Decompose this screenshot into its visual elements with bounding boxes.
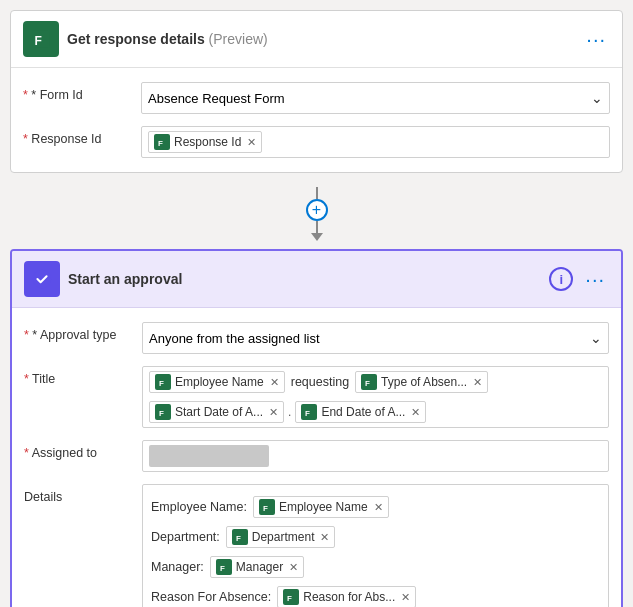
svg-text:F: F bbox=[159, 409, 164, 417]
start-date-token[interactable]: F Start Date of A... ✕ bbox=[149, 401, 284, 423]
response-id-field[interactable]: F Response Id ✕ bbox=[141, 126, 610, 158]
forms-icon: F bbox=[23, 21, 59, 57]
svg-text:F: F bbox=[305, 409, 310, 417]
forms-card-menu-button[interactable]: ··· bbox=[582, 28, 610, 51]
employee-name-icon: F bbox=[155, 374, 171, 390]
detail-department-close-icon[interactable]: ✕ bbox=[320, 531, 329, 544]
connector-arrow-icon bbox=[311, 233, 323, 241]
detail-department-token[interactable]: F Department ✕ bbox=[226, 526, 336, 548]
approval-card-header: Start an approval i ··· bbox=[12, 251, 621, 308]
approval-card: Start an approval i ··· * * Approval typ… bbox=[10, 249, 623, 607]
svg-text:F: F bbox=[158, 139, 163, 147]
assigned-to-field[interactable] bbox=[142, 440, 609, 472]
detail-department: Department: F Department ✕ bbox=[151, 523, 335, 551]
forms-card-header: F Get response details (Preview) ··· bbox=[11, 11, 622, 68]
svg-point-3 bbox=[33, 270, 51, 288]
svg-text:F: F bbox=[263, 504, 268, 512]
response-id-row: * Response Id F Response Id ✕ bbox=[11, 120, 622, 164]
assigned-to-blur bbox=[149, 445, 269, 467]
end-date-icon: F bbox=[301, 404, 317, 420]
forms-card-body: * * Form Id Absence Request Form ⌄ * Res… bbox=[11, 68, 622, 172]
detail-department-icon: F bbox=[232, 529, 248, 545]
details-label: Details bbox=[24, 484, 134, 504]
svg-text:F: F bbox=[365, 379, 370, 387]
details-field[interactable]: Employee Name: F Employee Name ✕ Departm… bbox=[142, 484, 609, 607]
connector-line-top bbox=[316, 187, 318, 199]
detail-employee-name-token[interactable]: F Employee Name ✕ bbox=[253, 496, 389, 518]
type-of-absence-close-icon[interactable]: ✕ bbox=[473, 376, 482, 389]
approval-icon bbox=[24, 261, 60, 297]
type-of-absence-token[interactable]: F Type of Absen... ✕ bbox=[355, 371, 488, 393]
type-of-absence-icon: F bbox=[361, 374, 377, 390]
approval-type-label: * * Approval type bbox=[24, 322, 134, 342]
start-date-icon: F bbox=[155, 404, 171, 420]
detail-reason-token[interactable]: F Reason for Abs... ✕ bbox=[277, 586, 416, 607]
detail-reason-for-absence: Reason For Absence: F Reason for Abs... … bbox=[151, 583, 416, 607]
detail-manager-icon: F bbox=[216, 559, 232, 575]
approval-card-body: * * Approval type Anyone from the assign… bbox=[12, 308, 621, 607]
approval-info-button[interactable]: i bbox=[549, 267, 573, 291]
response-id-token-text: Response Id bbox=[174, 135, 241, 149]
assigned-to-row: * Assigned to bbox=[12, 434, 621, 478]
svg-text:F: F bbox=[236, 534, 241, 542]
title-label: * Title bbox=[24, 366, 134, 386]
connector-line-bottom bbox=[316, 221, 318, 233]
forms-card: F Get response details (Preview) ··· * *… bbox=[10, 10, 623, 173]
form-id-dropdown[interactable]: Absence Request Form ⌄ bbox=[141, 82, 610, 114]
form-id-label: * * Form Id bbox=[23, 82, 133, 102]
form-id-row: * * Form Id Absence Request Form ⌄ bbox=[11, 76, 622, 120]
svg-text:F: F bbox=[287, 594, 292, 602]
detail-manager-token[interactable]: F Manager ✕ bbox=[210, 556, 304, 578]
end-date-token[interactable]: F End Date of A... ✕ bbox=[295, 401, 426, 423]
approval-card-title: Start an approval bbox=[68, 271, 541, 287]
detail-employee-name-close-icon[interactable]: ✕ bbox=[374, 501, 383, 514]
forms-card-title: Get response details (Preview) bbox=[67, 31, 574, 47]
employee-name-close-icon[interactable]: ✕ bbox=[270, 376, 279, 389]
details-row: Details Employee Name: F Employee Name ✕… bbox=[12, 478, 621, 607]
start-date-close-icon[interactable]: ✕ bbox=[269, 406, 278, 419]
connector: + bbox=[0, 183, 633, 245]
add-step-button[interactable]: + bbox=[306, 199, 328, 221]
form-id-chevron-icon: ⌄ bbox=[591, 90, 603, 106]
response-id-token-icon: F bbox=[154, 134, 170, 150]
svg-text:F: F bbox=[34, 34, 41, 48]
approval-card-menu-button[interactable]: ··· bbox=[581, 268, 609, 291]
detail-reason-close-icon[interactable]: ✕ bbox=[401, 591, 410, 604]
detail-manager: Manager: F Manager ✕ bbox=[151, 553, 304, 581]
title-row: * Title F Employee Name ✕ requesting F T… bbox=[12, 360, 621, 434]
response-id-token[interactable]: F Response Id ✕ bbox=[148, 131, 262, 153]
approval-type-chevron-icon: ⌄ bbox=[590, 330, 602, 346]
svg-text:F: F bbox=[220, 564, 225, 572]
detail-reason-icon: F bbox=[283, 589, 299, 605]
svg-text:F: F bbox=[159, 379, 164, 387]
end-date-close-icon[interactable]: ✕ bbox=[411, 406, 420, 419]
approval-type-row: * * Approval type Anyone from the assign… bbox=[12, 316, 621, 360]
dot-separator: . bbox=[288, 405, 291, 419]
employee-name-token[interactable]: F Employee Name ✕ bbox=[149, 371, 285, 393]
detail-manager-close-icon[interactable]: ✕ bbox=[289, 561, 298, 574]
detail-employee-name-icon: F bbox=[259, 499, 275, 515]
response-id-token-close-icon[interactable]: ✕ bbox=[247, 136, 256, 149]
approval-type-dropdown[interactable]: Anyone from the assigned list ⌄ bbox=[142, 322, 609, 354]
requesting-text: requesting bbox=[289, 375, 351, 389]
response-id-label: * Response Id bbox=[23, 126, 133, 146]
detail-employee-name: Employee Name: F Employee Name ✕ bbox=[151, 493, 389, 521]
title-field[interactable]: F Employee Name ✕ requesting F Type of A… bbox=[142, 366, 609, 428]
assigned-to-label: * Assigned to bbox=[24, 440, 134, 460]
